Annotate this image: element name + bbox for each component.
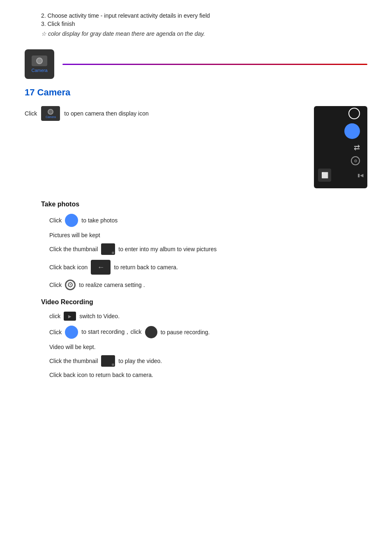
take-photo-step-2: Pictures will be kept xyxy=(49,232,367,238)
record-pause-icon xyxy=(145,326,157,338)
vstep4-text: to play the video. xyxy=(118,358,162,364)
video-thumbnail-icon xyxy=(101,355,115,367)
record-start-icon xyxy=(65,326,78,339)
video-recording-list: click switch to Video. Click to start re… xyxy=(49,312,367,378)
vstep4-prefix: Click the thumbnail xyxy=(49,358,98,364)
video-step-5: Click back icon to return back to camera… xyxy=(49,372,367,378)
step2-text: Pictures will be kept xyxy=(49,232,100,238)
take-photo-step-3: Click the thumbnail to enter into my alb… xyxy=(49,243,367,255)
video-recording-heading: Video Recording xyxy=(41,298,367,306)
take-photos-heading: Take photos xyxy=(41,201,367,208)
photo-thumbnail-icon xyxy=(101,243,115,255)
intro-section: 2. Choose activity time - input relevant… xyxy=(25,12,367,37)
camera-body-icon xyxy=(32,56,47,66)
open-camera-suffix: to open camera then display icon xyxy=(64,110,148,117)
swap-icon: ⇄ xyxy=(354,143,360,152)
small-camera-icon: Camera xyxy=(41,106,60,121)
intro-list: 2. Choose activity time - input relevant… xyxy=(41,12,367,27)
step4-text: to return back to camera. xyxy=(114,264,178,271)
gear-settings-icon xyxy=(65,280,76,290)
star-note: color display for gray date mean there a… xyxy=(41,30,367,37)
take-photos-list: Click to take photos Pictures will be ke… xyxy=(49,214,367,290)
step3-text: to enter into my album to view pictures xyxy=(118,246,217,252)
video-indicator-icon: ▮◀ xyxy=(357,173,363,178)
take-photos-section: Take photos Click to take photos Picture… xyxy=(25,201,367,290)
take-photo-step-5: Click to realize camera setting . xyxy=(49,280,367,290)
video-step-1: click switch to Video. xyxy=(49,312,367,321)
thumb-dot xyxy=(112,252,114,254)
header-divider xyxy=(62,64,367,65)
take-photo-step-4: Click back icon ← to return back to came… xyxy=(49,260,367,275)
open-camera-row: Click Camera to open camera then display… xyxy=(25,106,306,121)
video-recording-section: Video Recording click switch to Video. C… xyxy=(25,298,367,378)
take-photo-button-icon xyxy=(65,214,78,227)
section-header: Camera xyxy=(25,49,367,79)
vstep1-text: switch to Video. xyxy=(79,313,120,319)
back-button-icon: ← xyxy=(91,260,111,275)
video-step-3: Video will be kept. xyxy=(49,344,367,350)
video-step-2: Click to start recording，click to pause … xyxy=(49,326,367,339)
step3-prefix: Click the thumbnail xyxy=(49,246,98,252)
video-step-4: Click the thumbnail to play the video. xyxy=(49,355,367,367)
gear-small-icon: ⚙ xyxy=(351,156,360,165)
intro-line-2: 2. Choose activity time - input relevant… xyxy=(41,12,367,19)
plus-icon: + xyxy=(356,97,360,104)
click-prefix: Click xyxy=(25,110,37,117)
cam-screen-buttons: + ⇄ ⚙ xyxy=(318,91,363,165)
circle-blue-icon xyxy=(344,123,360,139)
camera-lens-icon xyxy=(36,58,43,64)
step1-prefix: Click xyxy=(49,217,62,224)
vstep3-text: Video will be kept. xyxy=(49,344,96,350)
small-camera-label: Camera xyxy=(46,116,56,118)
small-camera-lens xyxy=(48,109,53,115)
intro-line-3: 3. Click finish xyxy=(41,21,367,27)
vstep2-prefix: Click xyxy=(49,329,62,335)
take-photo-step-1: Click to take photos xyxy=(49,214,367,227)
step1-text: to take photos xyxy=(81,217,118,224)
video-switch-icon xyxy=(64,312,76,321)
step5-text: to realize camera setting . xyxy=(79,282,145,288)
camera-label: Camera xyxy=(31,68,47,73)
section-title: 17 Camera xyxy=(25,87,367,98)
shutter-button-icon: ⬜ xyxy=(318,169,331,182)
camera-section-icon: Camera xyxy=(25,49,54,79)
vstep2-text: to start recording，click xyxy=(81,328,141,336)
vthumb-dot xyxy=(112,363,114,366)
step4-prefix: Click back icon xyxy=(49,264,88,271)
camera-intro-area: + ⇄ ⚙ ⬜ ▮◀ Click Camera to open camera t… xyxy=(25,106,367,192)
step5-prefix: Click xyxy=(49,282,62,288)
vstep1-prefix: click xyxy=(49,313,60,319)
camera-screenshot: + ⇄ ⚙ ⬜ ▮◀ xyxy=(314,106,367,188)
vstep2-suffix: to pause recording. xyxy=(161,329,210,335)
vstep5-text: Click back icon to return back to camera… xyxy=(49,372,153,378)
cam-bottom-bar: ⬜ ▮◀ xyxy=(318,169,363,182)
circle-white-icon xyxy=(348,108,360,119)
